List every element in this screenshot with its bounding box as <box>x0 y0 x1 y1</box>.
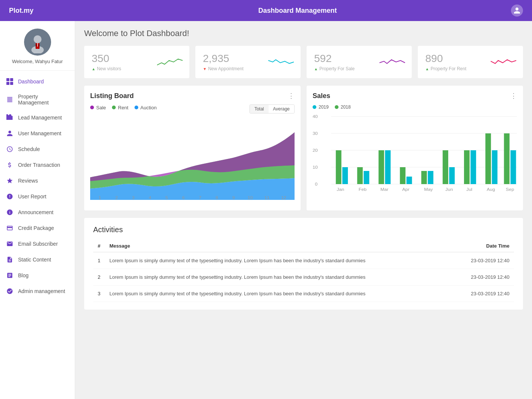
arrow-up-rent: ▲ <box>425 67 429 71</box>
arrow-down-appointment: ▼ <box>203 67 207 71</box>
avatar <box>24 29 51 56</box>
sales-chart-menu[interactable]: ⋮ <box>510 92 517 100</box>
arrow-up-visitors: ▲ <box>92 67 95 71</box>
toggle-total[interactable]: Total <box>250 105 268 113</box>
sidebar-label-order: Order Transaction <box>18 162 60 168</box>
svg-rect-38 <box>385 150 391 184</box>
svg-text:Feb: Feb <box>358 187 366 192</box>
row-message: Lorem Ipsum is simply dummy text of the … <box>105 269 461 286</box>
sidebar-item-dashboard[interactable]: Dashboard <box>0 74 75 89</box>
sparkline-visitors <box>157 54 183 70</box>
sidebar-item-blog[interactable]: Blog <box>0 268 75 283</box>
row-datetime: 23-03-2019 12:40 <box>461 252 514 269</box>
svg-text:10: 10 <box>313 165 318 169</box>
static-content-icon <box>6 256 14 263</box>
svg-text:40: 40 <box>313 115 318 119</box>
svg-text:7: 7 <box>199 196 201 200</box>
svg-text:0: 0 <box>315 182 317 186</box>
sidebar-item-lead-management[interactable]: Lead Management <box>0 110 75 125</box>
arrow-up-sale: ▲ <box>314 67 318 71</box>
sales-chart-card: Sales ⋮ 2019 2018 <box>307 86 523 210</box>
sidebar-label-static: Static Content <box>18 257 51 263</box>
sidebar-item-credit-package[interactable]: Credit Package <box>0 220 75 236</box>
header-title: Dashboard Management <box>84 7 511 15</box>
stat-card-visitors: 350 ▲ New visitors <box>84 46 189 78</box>
sidebar-label-lead: Lead Management <box>18 115 62 121</box>
charts-row: Listing Board ⋮ Sale Rent <box>84 86 523 210</box>
legend-dot-rent <box>112 106 116 109</box>
reviews-icon <box>6 177 14 184</box>
svg-rect-48 <box>492 150 497 184</box>
sidebar-item-user-management[interactable]: User Management <box>0 125 75 141</box>
sparkline-appointment <box>268 54 295 70</box>
svg-text:4: 4 <box>149 196 151 200</box>
sidebar-item-user-report[interactable]: User Report <box>0 189 75 204</box>
svg-text:20: 20 <box>313 148 318 153</box>
email-subscriber-icon <box>6 240 14 248</box>
svg-rect-44 <box>449 167 455 184</box>
listing-board-card: Listing Board ⋮ Sale Rent <box>84 86 301 210</box>
svg-text:Aug: Aug <box>487 187 495 192</box>
admin-management-icon <box>6 287 14 295</box>
user-icon[interactable] <box>511 5 523 17</box>
svg-rect-35 <box>357 167 363 184</box>
sparkline-rent <box>491 54 517 70</box>
table-row: 1 Lorem Ipsum is simply dummy text of th… <box>93 252 514 269</box>
svg-rect-37 <box>379 150 384 184</box>
lead-management-icon <box>6 114 14 121</box>
sidebar-item-reviews[interactable]: Reviews <box>0 173 75 189</box>
welcome-text: Welcome, Wahyu Fatur <box>12 59 63 64</box>
svg-text:1: 1 <box>98 196 101 200</box>
svg-text:9: 9 <box>232 196 235 200</box>
sidebar-profile: Welcome, Wahyu Fatur <box>0 21 75 71</box>
sidebar: Welcome, Wahyu Fatur Dashboard Property … <box>0 21 75 399</box>
sidebar-label-email: Email Subscriber <box>18 241 58 247</box>
svg-text:May: May <box>424 187 433 192</box>
legend-label-auction: Auction <box>141 105 157 110</box>
stat-card-appointment: 2,935 ▼ New Appointment <box>195 46 301 78</box>
sales-chart-header: Sales ⋮ <box>313 92 517 100</box>
table-header-row: # Message Date Time <box>93 240 514 252</box>
svg-text:11: 11 <box>264 196 270 200</box>
legend-dot-2019 <box>313 105 316 109</box>
listing-chart: 1 2 3 4 5 6 7 8 9 10 11 12 <box>90 117 295 201</box>
svg-rect-49 <box>504 133 509 184</box>
toggle-average[interactable]: Average <box>269 105 294 113</box>
listing-board-menu[interactable]: ⋮ <box>288 92 295 100</box>
logo: Plot.my <box>9 7 84 15</box>
stat-card-sale: 592 ▲ Property For Sale <box>307 46 412 78</box>
svg-text:6: 6 <box>182 196 185 200</box>
sidebar-item-admin-management[interactable]: Admin management <box>0 283 75 299</box>
user-report-icon <box>6 193 14 200</box>
svg-text:Apr: Apr <box>402 187 410 192</box>
sidebar-item-static-content[interactable]: Static Content <box>0 252 75 268</box>
sidebar-item-announcement[interactable]: Announcement <box>0 204 75 220</box>
svg-text:Jul: Jul <box>466 187 472 192</box>
svg-text:Mar: Mar <box>381 187 389 192</box>
svg-rect-40 <box>407 177 412 184</box>
sidebar-item-order-transaction[interactable]: Order Transaction <box>0 157 75 173</box>
listing-legend: Sale Rent Auction <box>90 105 157 110</box>
sidebar-item-property-management[interactable]: Property Management <box>0 89 75 110</box>
legend-label-sale: Sale <box>96 105 106 110</box>
property-management-icon <box>6 96 14 103</box>
svg-rect-33 <box>336 150 342 184</box>
svg-rect-50 <box>511 150 516 184</box>
sidebar-nav: Dashboard Property Management Lead Manag… <box>0 71 75 399</box>
svg-text:2: 2 <box>115 196 118 200</box>
stat-cards: 350 ▲ New visitors 2,935 ▼ New Appointme… <box>84 46 523 78</box>
row-num: 1 <box>93 252 105 269</box>
sidebar-item-email-subscriber[interactable]: Email Subscriber <box>0 236 75 252</box>
sidebar-label-dashboard: Dashboard <box>18 79 44 85</box>
main-content: Welcome to Plot Dashboard! 350 ▲ New vis… <box>75 21 532 399</box>
svg-rect-42 <box>428 171 434 184</box>
row-datetime: 23-03-2019 12:40 <box>461 269 514 286</box>
sidebar-label-announcement: Announcement <box>18 209 53 215</box>
blog-icon <box>6 272 14 279</box>
svg-rect-10 <box>10 82 13 85</box>
sidebar-item-schedule[interactable]: Schedule <box>0 141 75 157</box>
legend-2019: 2019 <box>313 104 329 110</box>
svg-text:Jun: Jun <box>446 187 453 192</box>
svg-rect-9 <box>6 82 9 85</box>
listing-board-header: Listing Board ⋮ <box>90 92 295 100</box>
